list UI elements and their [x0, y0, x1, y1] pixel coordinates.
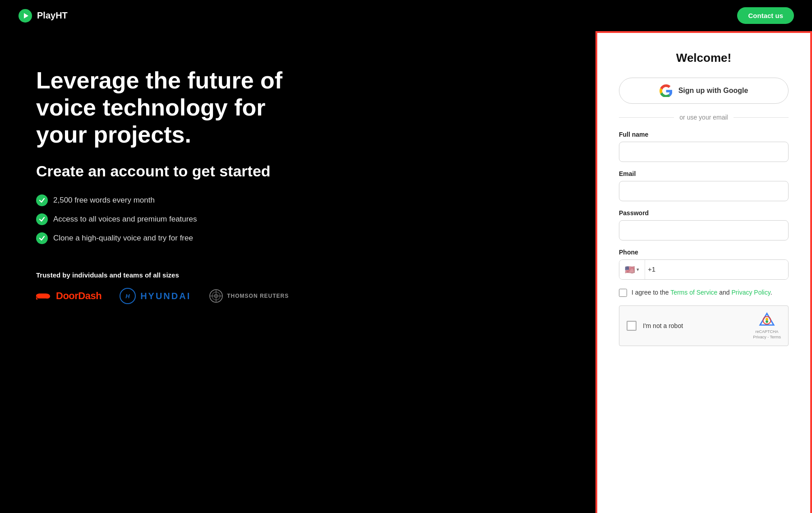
- form-title: Welcome!: [619, 51, 789, 65]
- phone-input[interactable]: [658, 260, 788, 279]
- thomson-reuters-logo: THOMSON REUTERS: [209, 289, 289, 303]
- phone-row: 🇺🇸 ▾ +1: [619, 259, 789, 280]
- email-label: Email: [619, 170, 789, 177]
- navbar: PlayHT Contact us: [0, 0, 812, 31]
- recaptcha-checkbox[interactable]: [627, 321, 637, 331]
- google-button-label: Sign up with Google: [678, 87, 748, 95]
- features-list: 2,500 free words every month Access to a…: [36, 194, 568, 244]
- terms-of-service-link[interactable]: Terms of Service: [670, 289, 717, 296]
- recaptcha-logo-icon: [759, 312, 775, 328]
- fullname-input[interactable]: [619, 142, 789, 162]
- password-label: Password: [619, 209, 789, 217]
- divider-row: or use your email: [619, 114, 789, 121]
- password-group: Password: [619, 209, 789, 240]
- logo-text: PlayHT: [37, 10, 68, 21]
- doordash-logo: DoorDash: [36, 290, 102, 302]
- privacy-policy-link[interactable]: Privacy Policy: [732, 289, 770, 296]
- check-icon-3: [36, 232, 48, 244]
- subheadline: Create an account to get started: [36, 162, 568, 180]
- check-icon-1: [36, 194, 48, 206]
- recaptcha-privacy-links: Privacy - Terms: [753, 335, 781, 339]
- phone-label: Phone: [619, 249, 789, 256]
- svg-text:H: H: [125, 293, 130, 300]
- recaptcha-box: I'm not a robot reCAPTCHA Privacy - Term…: [619, 305, 789, 346]
- feature-text-3: Clone a high-quality voice and try for f…: [53, 234, 193, 243]
- terms-label: I agree to the Terms of Service and Priv…: [632, 288, 772, 297]
- doordash-icon: [36, 291, 52, 301]
- signup-form-panel: Welcome! Sign up with Google or use your…: [595, 31, 812, 513]
- terms-suffix: .: [770, 289, 772, 296]
- check-icon-2: [36, 213, 48, 225]
- divider-line-right: [734, 117, 789, 118]
- headline: Leverage the future of voice technology …: [36, 67, 298, 148]
- logos-row: DoorDash H HYUNDAI: [36, 288, 568, 304]
- recaptcha-left: I'm not a robot: [627, 321, 683, 331]
- thomson-text: THOMSON REUTERS: [227, 293, 289, 299]
- left-panel: Leverage the future of voice technology …: [0, 31, 595, 331]
- terms-prefix: I agree to the: [632, 289, 670, 296]
- google-logo-icon: [660, 84, 672, 97]
- feature-text-1: 2,500 free words every month: [53, 196, 155, 205]
- trusted-text: Trusted by individuals and teams of all …: [36, 271, 568, 279]
- contact-button[interactable]: Contact us: [737, 7, 794, 24]
- password-input[interactable]: [619, 220, 789, 240]
- phone-country-selector[interactable]: 🇺🇸 ▾: [619, 260, 645, 279]
- recaptcha-right: reCAPTCHA Privacy - Terms: [753, 312, 781, 339]
- divider-text: or use your email: [679, 114, 728, 121]
- terms-and: and: [717, 289, 731, 296]
- fullname-label: Full name: [619, 131, 789, 138]
- recaptcha-brand-text: reCAPTCHA: [756, 329, 779, 334]
- trusted-section: Trusted by individuals and teams of all …: [36, 271, 568, 304]
- svg-point-9: [766, 320, 768, 323]
- email-group: Email: [619, 170, 789, 201]
- phone-group: Phone 🇺🇸 ▾ +1: [619, 249, 789, 280]
- fullname-group: Full name: [619, 131, 789, 162]
- feature-text-2: Access to all voices and premium feature…: [53, 215, 197, 224]
- divider-line-left: [619, 117, 674, 118]
- hyundai-logo: H HYUNDAI: [120, 288, 191, 304]
- feature-item-2: Access to all voices and premium feature…: [36, 213, 568, 225]
- hyundai-icon: H: [120, 288, 136, 304]
- main-layout: Leverage the future of voice technology …: [0, 31, 812, 513]
- chevron-down-icon: ▾: [637, 267, 639, 273]
- feature-item-3: Clone a high-quality voice and try for f…: [36, 232, 568, 244]
- terms-checkbox[interactable]: [619, 289, 627, 297]
- hyundai-text: HYUNDAI: [140, 291, 191, 301]
- country-code-display: +1: [645, 260, 658, 279]
- logo-area: PlayHT: [18, 9, 68, 23]
- thomson-icon: [209, 289, 223, 303]
- email-input[interactable]: [619, 181, 789, 201]
- flag-icon: 🇺🇸: [625, 265, 635, 275]
- google-signup-button[interactable]: Sign up with Google: [619, 78, 789, 104]
- doordash-text: DoorDash: [56, 290, 102, 302]
- playht-logo-icon: [18, 9, 32, 23]
- terms-checkbox-row: I agree to the Terms of Service and Priv…: [619, 288, 789, 297]
- feature-item-1: 2,500 free words every month: [36, 194, 568, 206]
- recaptcha-label: I'm not a robot: [643, 322, 683, 329]
